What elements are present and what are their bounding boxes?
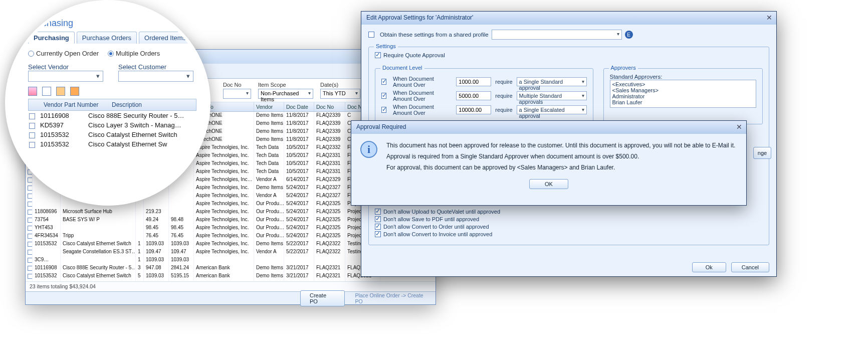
radio-multiple-orders[interactable] [108,51,114,57]
docno-label: Doc No [223,82,251,88]
mag-customer-select[interactable] [118,71,193,82]
modal-line3: For approval, this document can be appro… [386,164,735,171]
cancel-button[interactable]: Cancel [731,262,769,272]
mag-vendor-select[interactable] [28,71,103,82]
require-quote-label: Require Quote Approval [383,52,445,58]
hidden-button-sliver[interactable]: nge [753,147,771,159]
info-icon: i [360,141,377,158]
itemscope-label: Item Scope [258,82,313,88]
mag-vendor-label: Select Vendor [28,63,103,71]
radio-open-order[interactable] [28,51,34,57]
itemscope-select[interactable]: Non-Purchased Items [258,89,313,99]
require-quote-checkbox[interactable] [375,52,381,58]
modal-line1: This document has not been approved for … [386,142,735,149]
modal-titlebar: Approval Required ✕ [351,121,746,134]
approval-type-select[interactable]: a Single Standard approval [517,77,587,86]
mag-tab-purchasing[interactable]: Purchasing [28,32,75,44]
constraint-checkbox[interactable] [375,209,381,215]
constraint-checkbox[interactable] [375,224,381,230]
approval-rule: When Document Amount Overrequirea Single… [381,76,587,88]
list-item[interactable]: 10153532Cisco Catalyst Ethernet Switch [28,130,196,139]
approval-required-dialog: Approval Required ✕ i This document has … [351,120,747,206]
approval-type-select[interactable]: a Single Escalated approval [517,105,587,114]
constraint-item: Don't allow Convert to Invoice until app… [375,231,763,237]
modal-ok-button[interactable]: OK [529,179,568,189]
list-item[interactable]: KD5397Cisco Layer 3 Switch - Manag… [28,120,196,130]
standard-approvers-label: Standard Approvers: [610,74,757,80]
settings-titlebar: Edit Approval Settings for 'Administrato… [361,12,776,25]
place-online-link[interactable]: Place Online Order -> Create PO [355,292,431,304]
amount-input[interactable] [456,105,491,114]
status-bar: 23 items totaling $43,924.04 [26,281,436,291]
dates-select[interactable]: This YTD [320,89,360,99]
amount-input[interactable] [456,77,491,86]
shared-profile-label: Obtain these settings from a shared prof… [380,32,489,38]
settings-legend: Settings [374,43,398,49]
constraint-item: Don't allow Save to PDF until approved [375,216,763,222]
purchasing-footer: Create PO Place Online Order -> Create P… [26,291,436,304]
rule-checkbox[interactable] [381,79,386,85]
list-item[interactable]: 10116908Cisco 888E Security Router - 5… [28,111,196,120]
e-badge-icon[interactable]: E [625,31,633,39]
approvers-list[interactable]: <Executives> <Sales Managers> Administra… [610,80,757,108]
ok-button[interactable]: Ok [692,262,726,272]
constraint-checkbox[interactable] [375,231,381,237]
modal-line2: Approval is required from a Single Stand… [386,153,735,160]
toolbar-icon-1[interactable] [28,87,37,96]
shared-profile-select[interactable] [492,30,622,40]
doc-level-legend: Document Level [380,65,424,71]
create-po-button[interactable]: Create PO [300,290,345,306]
magnifier-lens: Purchasing Purchasing Purchase Orders Or… [5,0,210,206]
amount-input[interactable] [456,91,491,100]
rule-checkbox[interactable] [381,93,386,99]
approvers-legend: Approvers [609,65,638,71]
mag-customer-label: Select Customer [118,63,193,71]
mag-col-part: Vendor Part Number [40,99,105,110]
approval-type-select[interactable]: Multiple Standard approvals [517,91,587,100]
mag-tab-ordered[interactable]: Ordered Items [139,32,191,44]
modal-close-icon[interactable]: ✕ [736,123,742,131]
rule-checkbox[interactable] [381,107,386,113]
list-item[interactable]: 10153532Cisco Catalyst Ethernet Sw [28,139,196,149]
shared-profile-checkbox[interactable] [368,32,374,38]
mag-col-desc: Description [108,99,146,110]
approval-rule: When Document Amount OverrequireMultiple… [381,90,587,102]
modal-title: Approval Required [356,123,406,130]
close-icon[interactable]: ✕ [766,14,772,22]
toolbar-icon-3[interactable] [56,87,65,96]
constraint-checkbox[interactable] [375,216,381,222]
constraint-item: Don't allow Convert to Order until appro… [375,224,763,230]
approval-rule: When Document Amount Overrequirea Single… [381,104,587,116]
mag-tab-po[interactable]: Purchase Orders [77,32,137,44]
toolbar-icon-4[interactable] [70,87,79,96]
toolbar-icon-2[interactable] [42,87,51,96]
dates-label: Date(s) [320,82,360,88]
docno-input[interactable] [223,89,251,99]
settings-title: Edit Approval Settings for 'Administrato… [366,14,473,21]
mag-title: Purchasing [28,18,196,29]
constraint-item: Don't allow Upload to QuoteValet until a… [375,209,763,215]
